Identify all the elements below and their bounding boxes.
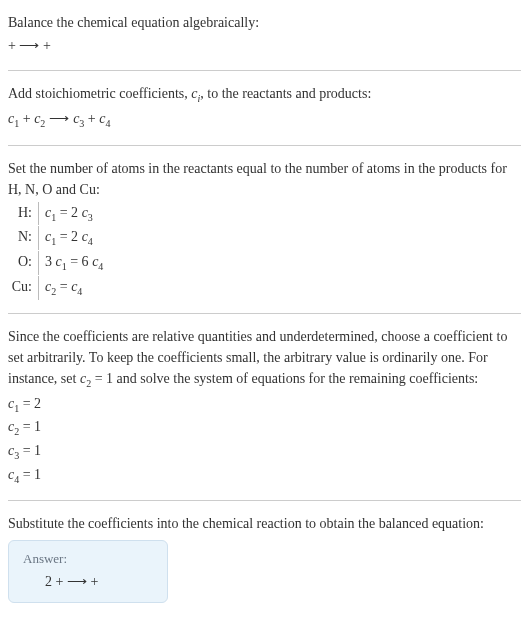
answer-label: Answer:: [23, 551, 153, 567]
plus2: +: [84, 111, 99, 126]
atom-label-o: O:: [8, 251, 32, 275]
section-stoich: Add stoichiometric coefficients, ci, to …: [8, 77, 521, 141]
stoich-title-a: Add stoichiometric coefficients,: [8, 86, 191, 101]
atom-label-n: N:: [8, 226, 32, 250]
atom-eq-h: c1 = 2 c3: [45, 202, 93, 226]
o-lpre: 3: [45, 254, 56, 269]
atom-row-h: H: c1 = 2 c3: [8, 202, 521, 226]
o-eq: = 6: [67, 254, 92, 269]
sol-c1: c1 = 2: [8, 393, 521, 416]
vline: [38, 251, 39, 275]
atom-label-cu: Cu:: [8, 276, 32, 300]
cu-rhs-s: 4: [77, 286, 82, 297]
answer-equation-text: 2 + ⟶ +: [45, 574, 98, 589]
stoich-equation: c1 + c2 ⟶ c3 + c4: [8, 108, 521, 131]
solve-para-b: = 1 and solve the system of equations fo…: [91, 371, 478, 386]
n-eq: = 2: [56, 229, 81, 244]
answer-box: Answer: 2 + ⟶ +: [8, 540, 168, 603]
vline: [38, 202, 39, 226]
stoich-title-b: , to the reactants and products:: [200, 86, 371, 101]
atom-eq-n: c1 = 2 c4: [45, 226, 93, 250]
atom-eq-cu: c2 = c4: [45, 276, 82, 300]
atom-row-cu: Cu: c2 = c4: [8, 276, 521, 300]
balance-title: Balance the chemical equation algebraica…: [8, 12, 521, 33]
sol-c4: c4 = 1: [8, 464, 521, 487]
section-atom-balance: Set the number of atoms in the reactants…: [8, 152, 521, 309]
cu-eq: =: [56, 279, 71, 294]
sol-c3: c3 = 1: [8, 440, 521, 463]
answer-equation: 2 + ⟶ +: [23, 573, 153, 590]
vline: [38, 276, 39, 300]
sol-c4-eq: = 1: [19, 467, 41, 482]
h-eq: = 2: [56, 205, 81, 220]
unbalanced-equation-text: + ⟶ +: [8, 38, 51, 53]
stoich-arrow: ⟶: [45, 110, 73, 126]
section-substitute: Substitute the coefficients into the che…: [8, 507, 521, 611]
solve-para: Since the coefficients are relative quan…: [8, 326, 521, 391]
vline: [38, 226, 39, 250]
divider: [8, 70, 521, 71]
plus1: +: [19, 111, 34, 126]
atom-label-h: H:: [8, 202, 32, 226]
sol-c3-eq: = 1: [19, 443, 41, 458]
substitute-title: Substitute the coefficients into the che…: [8, 513, 521, 534]
atom-balance-title: Set the number of atoms in the reactants…: [8, 158, 521, 200]
stoich-title: Add stoichiometric coefficients, ci, to …: [8, 83, 521, 106]
sol-c2: c2 = 1: [8, 416, 521, 439]
h-rhs-s: 3: [88, 211, 93, 222]
c4-s: 4: [105, 118, 110, 129]
n-rhs-s: 4: [88, 236, 93, 247]
divider: [8, 313, 521, 314]
section-balance-intro: Balance the chemical equation algebraica…: [8, 6, 521, 66]
sol-c1-eq: = 2: [19, 396, 41, 411]
section-solve: Since the coefficients are relative quan…: [8, 320, 521, 496]
atom-row-o: O: 3 c1 = 6 c4: [8, 251, 521, 275]
document-page: Balance the chemical equation algebraica…: [0, 0, 529, 623]
sol-c2-eq: = 1: [19, 419, 41, 434]
unbalanced-equation: + ⟶ +: [8, 35, 521, 56]
divider: [8, 145, 521, 146]
atom-row-n: N: c1 = 2 c4: [8, 226, 521, 250]
atom-eq-o: 3 c1 = 6 c4: [45, 251, 103, 275]
o-rhs-s: 4: [98, 261, 103, 272]
divider: [8, 500, 521, 501]
